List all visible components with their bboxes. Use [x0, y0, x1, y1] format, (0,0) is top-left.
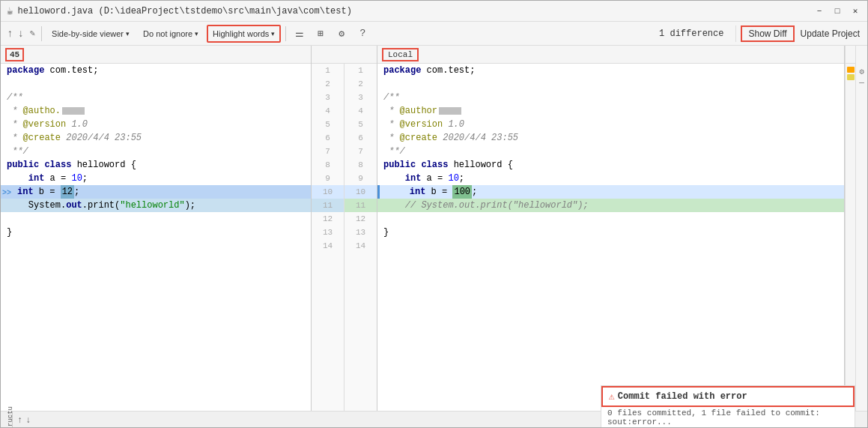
- viewer-dropdown[interactable]: Side-by-side viewer ▾: [46, 25, 135, 43]
- left-line-14: [1, 239, 311, 253]
- app-window: ☕ helloword.java (D:\ideaProject\tstdemo…: [0, 0, 868, 428]
- left-line-8: public class helloword {: [1, 158, 311, 172]
- ignore-dropdown[interactable]: Do not ignore ▾: [138, 25, 204, 43]
- right-line-4: * @author: [377, 104, 844, 118]
- right-line-3: /**: [377, 91, 844, 104]
- viewer-label: Side-by-side viewer: [52, 29, 124, 38]
- left-line-9: int a = 10;: [1, 172, 311, 185]
- diff-count: 1 difference: [659, 28, 729, 39]
- bottom-nav-up[interactable]: ↑: [17, 415, 22, 426]
- left-code-panel: 45 package com.test; /** * @autho. * @ve…: [1, 46, 312, 411]
- bottom-bar: Z: Structu ↑ ↓ ⚠ Commit failed with erro…: [1, 411, 867, 428]
- structure-sidebar-tab[interactable]: Z: Structu: [1, 412, 13, 428]
- left-line-4: * @autho.: [1, 104, 311, 118]
- right-line-14: [377, 239, 844, 253]
- left-line-1: package com.test;: [1, 64, 311, 77]
- commit-error-panel: ⚠ Commit failed with error 0 files commi…: [601, 385, 855, 428]
- left-line-5: * @version 1.0: [1, 118, 311, 131]
- right-line-2: [377, 77, 844, 91]
- local-badge: Local: [382, 48, 419, 61]
- left-line-7: **/: [1, 145, 311, 158]
- nav-down-button[interactable]: ↓: [16, 26, 25, 41]
- left-panel-header: 45: [1, 46, 311, 64]
- highlight-label: Highlight words: [213, 29, 269, 38]
- edit-button[interactable]: ✎: [28, 26, 37, 40]
- middle-gutter: 1 2 3 4 5 6 7 8 9 10 11 12 13 14: [312, 46, 377, 411]
- maximize-button[interactable]: □: [831, 5, 843, 17]
- right-line-9: int a = 10;: [377, 172, 844, 185]
- toolbar: ↑ ↓ ✎ Side-by-side viewer ▾ Do not ignor…: [1, 22, 867, 46]
- highlight-words-dropdown[interactable]: Highlight words ▾: [207, 25, 281, 43]
- left-line-12: [1, 212, 311, 226]
- right-code-panel: Local package com.test; /** * @author * …: [377, 46, 845, 411]
- right-line-1: package com.test;: [377, 64, 844, 77]
- commit-error-body: 0 files committed, 1 file failed to comm…: [601, 407, 855, 428]
- gutter-marker-2: [847, 74, 855, 80]
- right-line-12: [377, 212, 844, 226]
- panel-split-icon[interactable]: —: [859, 78, 864, 87]
- left-line-11: System.out.print("helloworld");: [1, 199, 311, 212]
- bottom-nav-down[interactable]: ↓: [25, 415, 31, 426]
- show-diff-button[interactable]: Show Diff: [741, 25, 794, 42]
- ignore-label: Do not ignore: [143, 29, 192, 38]
- right-panel-header: Local: [377, 46, 844, 64]
- ignore-arrow: ▾: [195, 30, 198, 37]
- right-line-7: **/: [377, 145, 844, 158]
- right-line-5: * @version 1.0: [377, 118, 844, 131]
- title-bar: ☕ helloword.java (D:\ideaProject\tstdemo…: [1, 1, 867, 22]
- right-line-6: * @create 2020/4/4 23:55: [377, 131, 844, 145]
- close-button[interactable]: ✕: [849, 5, 861, 17]
- error-icon: ⚠: [609, 391, 615, 403]
- left-line-3: /**: [1, 91, 311, 104]
- structure-label: Z: Structu: [0, 406, 14, 428]
- columns-icon[interactable]: ⊞: [312, 25, 330, 43]
- left-line-2: [1, 77, 311, 91]
- right-line-11: // System.out.print("helloworld");: [377, 199, 844, 212]
- gutter-marker-1: [847, 67, 855, 73]
- nav-up-button[interactable]: ↑: [5, 26, 14, 41]
- commit-error-header: ⚠ Commit failed with error: [601, 386, 855, 407]
- highlight-arrow: ▾: [271, 30, 275, 37]
- commit-error-title: Commit failed with error: [618, 391, 747, 402]
- revision-badge: 45: [5, 48, 24, 61]
- far-right-settings: ⚙ —: [855, 46, 867, 411]
- update-project-button[interactable]: Update Project: [798, 27, 863, 40]
- viewer-arrow: ▾: [126, 30, 130, 37]
- left-code-area: package com.test; /** * @autho. * @versi…: [1, 64, 311, 411]
- panel-settings-icon[interactable]: ⚙: [859, 67, 864, 76]
- minimize-button[interactable]: −: [813, 5, 825, 17]
- right-line-13: }: [377, 226, 844, 239]
- bottom-nav: ↑ ↓: [13, 415, 35, 426]
- right-scrollbar-gutter: [845, 46, 855, 411]
- title-bar-icon: ☕: [7, 4, 13, 17]
- settings-icon[interactable]: ⚙: [333, 25, 350, 43]
- right-line-8: public class helloword {: [377, 158, 844, 172]
- left-line-13: }: [1, 226, 311, 239]
- left-line-6: * @create 2020/4/4 23:55: [1, 131, 311, 145]
- left-line-numbers: 1 2 3 4 5 6 7 8 9 10 11 12 13 14: [312, 64, 344, 411]
- right-code-area: package com.test; /** * @author * @versi…: [377, 64, 844, 411]
- toolbar-separator-2: [285, 26, 286, 41]
- left-line-10: >> int b = 12;: [1, 185, 311, 199]
- filter-icon[interactable]: ⚌: [291, 25, 309, 43]
- diff-body: 45 package com.test; /** * @autho. * @ve…: [1, 46, 867, 411]
- help-icon[interactable]: ?: [353, 25, 371, 43]
- toolbar-separator-1: [41, 26, 42, 41]
- right-line-10: int b = 100;: [377, 185, 844, 199]
- title-bar-text: helloword.java (D:\ideaProject\tstdemo\s…: [17, 6, 351, 16]
- right-line-numbers: 1 2 3 4 5 6 7 8 9 10 11 12 13 14: [345, 64, 377, 411]
